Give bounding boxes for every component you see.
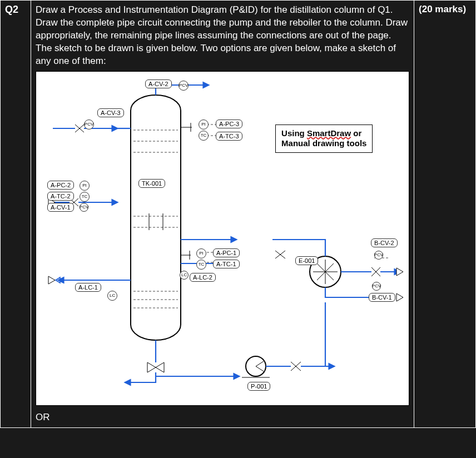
bubble-tc-mid: TC	[196, 260, 206, 270]
check-valve-pump	[291, 362, 301, 371]
note-line1a: Using	[281, 128, 307, 138]
tag-tk-001: TK-001	[138, 179, 165, 188]
bubble-lc-left: LC	[107, 291, 117, 301]
tag-a-tc-3: A-TC-3	[216, 132, 242, 141]
tag-a-cv-1: A-CV-1	[47, 203, 73, 212]
tag-a-cv-3: A-CV-3	[97, 108, 123, 117]
note-line2: Manual drawing tools	[281, 138, 366, 148]
bubble-pcv-sm: PCV	[80, 203, 88, 212]
bubble-tc-left: TC	[80, 192, 90, 202]
tag-a-lc-1: A-LC-1	[75, 283, 101, 292]
question-prompt: Draw a Process and Instrumentation Diagr…	[36, 4, 409, 68]
bubble-pi-r1: PI	[199, 120, 209, 130]
tag-a-cv-2: A-CV-2	[145, 79, 171, 88]
tag-e-001: E-001	[295, 256, 318, 265]
pid-figure: A-CV-2 A-CV-3 A-PC-3 A-TC-3 TK-001 A-PC-…	[36, 71, 409, 406]
tag-a-lc-2: A-LC-2	[190, 273, 216, 282]
tag-p-001: P-001	[247, 382, 270, 391]
bubble-pcv-top: PCV	[178, 81, 189, 91]
bubble-pcv-b2: PCV	[372, 282, 381, 291]
tag-a-pc-2: A-PC-2	[47, 181, 74, 190]
question-prompt-cell: Draw a Process and Instrumentation Diagr…	[31, 1, 414, 428]
column-tk-001	[131, 95, 181, 340]
question-number: Q2	[1, 1, 31, 428]
note-line1b: SmartDraw	[307, 128, 351, 138]
marks-cell: (20 marks)	[414, 1, 476, 428]
manual-valve-bottom	[147, 362, 164, 372]
note-line1c: or	[351, 128, 361, 138]
tag-b-cv-1: B-CV-1	[369, 293, 395, 302]
tag-a-pc-3: A-PC-3	[216, 120, 242, 128]
tag-a-tc-2: A-TC-2	[47, 192, 73, 201]
inline-valve-1	[275, 251, 285, 258]
bubble-pi-mid: PI	[196, 248, 206, 258]
tag-a-pc-1: A-PC-1	[213, 248, 240, 257]
tag-a-tc-1: A-TC-1	[213, 260, 239, 268]
tag-b-cv-2: B-CV-2	[371, 238, 397, 247]
or-separator: OR	[36, 408, 409, 424]
bubble-pi-left: PI	[80, 181, 90, 191]
drawing-note: Using SmartDraw or Manual drawing tools	[275, 125, 373, 153]
bubble-lc-mid: LC	[180, 271, 189, 280]
bubble-pcv-b1: PCV	[374, 251, 383, 260]
question-table: Q2 Draw a Process and Instrumentation Di…	[0, 0, 476, 428]
pump-p-001	[242, 356, 270, 377]
bubble-pcv-left: PCV	[84, 120, 94, 130]
bubble-tc-r1: TC	[199, 131, 209, 141]
